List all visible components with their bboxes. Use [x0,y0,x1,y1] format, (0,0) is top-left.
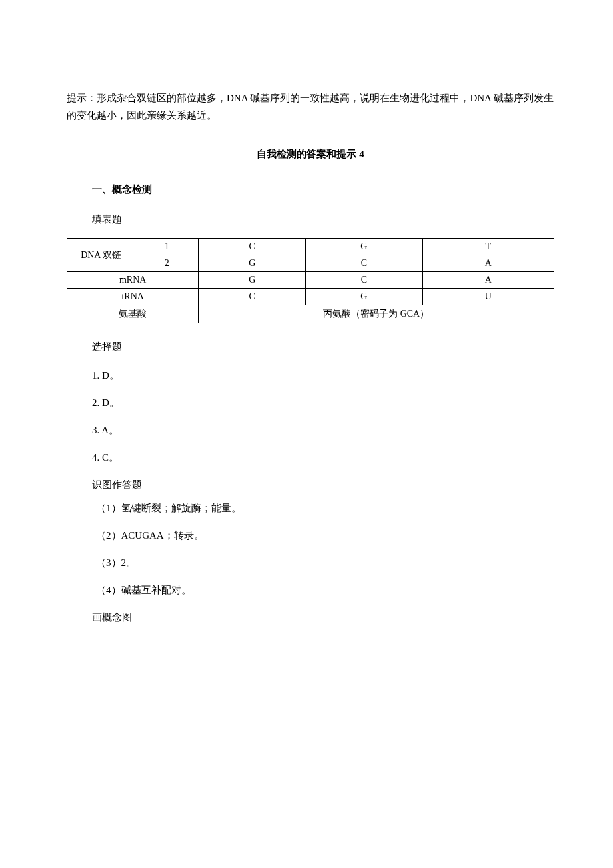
choice-label: 选择题 [92,341,554,353]
mrna-label-cell: mRNA [67,272,199,289]
table-row: tRNA C G U [67,289,554,305]
cell: G [199,272,306,289]
dna-label-cell: DNA 双链 [67,239,135,272]
concept-check-heading: 一、概念检测 [92,183,554,196]
diagram-answer-3: （3）2。 [96,557,554,569]
choice-answer-4: 4. C。 [92,451,554,464]
cell: A [422,255,554,272]
cell: C [199,239,306,255]
cell: T [422,239,554,255]
diagram-answer-1: （1）氢键断裂；解旋酶；能量。 [96,502,554,515]
diagram-answer-4: （4）碱基互补配对。 [96,584,554,597]
page-content: 提示：形成杂合双链区的部位越多，DNA 碱基序列的一致性越高，说明在生物进化过程… [0,0,613,701]
intro-paragraph: 提示：形成杂合双链区的部位越多，DNA 碱基序列的一致性越高，说明在生物进化过程… [67,90,554,124]
diagram-label: 识图作答题 [92,479,554,491]
table-row: DNA 双链 1 C G T [67,239,554,255]
answer-table: DNA 双链 1 C G T 2 G C A mRNA G C A tRNA C… [67,238,554,323]
diagram-answers: （1）氢键断裂；解旋酶；能量。 （2）ACUGAA；转录。 （3）2。 （4）碱… [67,502,554,597]
cell: C [306,255,422,272]
cell: C [199,289,306,305]
aa-label-cell: 氨基酸 [67,305,199,323]
aa-value-cell: 丙氨酸（密码子为 GCA） [199,305,554,323]
fill-table-label: 填表题 [92,213,554,226]
choice-answer-1: 1. D。 [92,369,554,382]
cell: U [422,289,554,305]
cell: C [306,272,422,289]
choice-answers: 1. D。 2. D。 3. A。 4. C。 [67,369,554,464]
table-row: mRNA G C A [67,272,554,289]
trna-label-cell: tRNA [67,289,199,305]
cell: G [199,255,306,272]
cell: 1 [135,239,199,255]
concept-map-label: 画概念图 [92,611,554,624]
section-title: 自我检测的答案和提示 4 [67,148,554,161]
table-row: 氨基酸 丙氨酸（密码子为 GCA） [67,305,554,323]
choice-answer-2: 2. D。 [92,397,554,409]
cell: 2 [135,255,199,272]
choice-answer-3: 3. A。 [92,424,554,437]
diagram-answer-2: （2）ACUGAA；转录。 [96,529,554,542]
cell: G [306,289,422,305]
cell: A [422,272,554,289]
table-row: 2 G C A [67,255,554,272]
cell: G [306,239,422,255]
